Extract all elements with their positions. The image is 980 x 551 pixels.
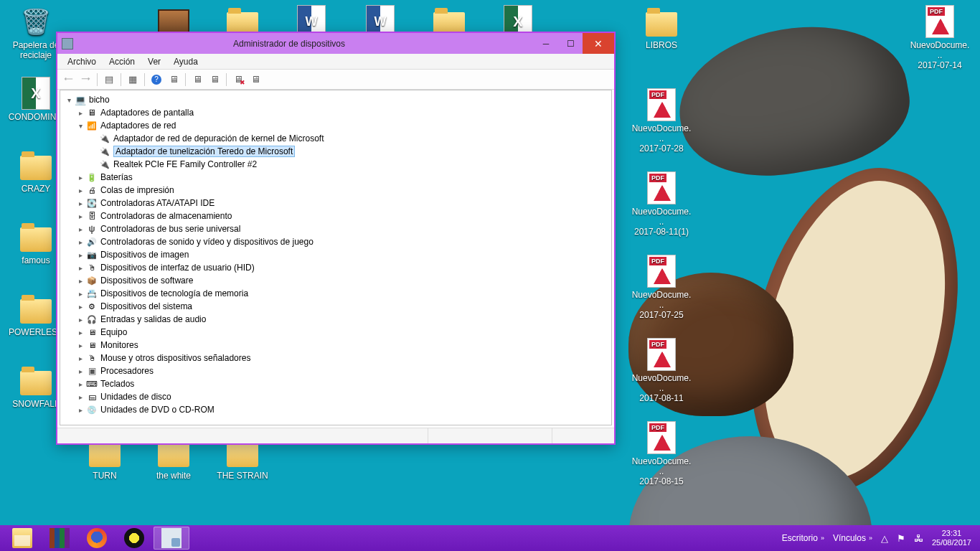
scan-hardware-button[interactable]: 🖥 (189, 72, 205, 88)
menu-accion[interactable]: Acción (103, 55, 141, 68)
device-category-icon (86, 365, 98, 377)
device-category-icon (86, 223, 98, 235)
device-tree[interactable]: ▾bicho▸Adaptadores de pantalla▾Adaptador… (60, 90, 612, 425)
titlebar[interactable]: Administrador de dispositivos ─ ☐ ✕ (57, 33, 614, 54)
tree-node[interactable]: ▸Colas de impresión (62, 184, 610, 197)
expander-icon[interactable]: ▾ (76, 122, 85, 130)
tree-node-label: Dispositivos de tecnología de memoria (100, 288, 248, 298)
tree-node[interactable]: ▸Adaptadores de pantalla (62, 106, 610, 119)
expander-icon[interactable]: ▸ (76, 199, 85, 207)
device-category-icon (99, 159, 110, 170)
tree-node-label: Procesadores (100, 366, 154, 376)
tree-node[interactable]: ▸Procesadores (62, 364, 610, 377)
device-category-icon (86, 249, 98, 260)
maximize-button[interactable]: ☐ (558, 33, 583, 54)
tree-node[interactable]: ▸Controladoras de almacenamiento (62, 209, 610, 222)
back-button: ⭠ (60, 72, 76, 88)
minimize-button[interactable]: ─ (534, 33, 558, 54)
task-jdownloader[interactable] (116, 527, 152, 550)
desktop-icon[interactable]: NuevoDocume...2017-07-28 (631, 88, 692, 154)
help-button[interactable]: ? (149, 72, 164, 88)
expander-icon[interactable]: ▸ (76, 316, 85, 324)
enable-button[interactable]: 🖥 (248, 72, 263, 88)
expander-icon[interactable]: ▸ (76, 380, 85, 388)
expander-icon[interactable]: ▸ (76, 238, 85, 246)
expander-icon[interactable]: ▸ (76, 290, 85, 298)
tree-node[interactable]: ▸Dispositivos de interfaz de usuario (HI… (62, 261, 610, 274)
tree-node[interactable]: ▸Unidades de DVD o CD-ROM (62, 403, 610, 416)
expander-icon[interactable]: ▸ (76, 277, 85, 285)
device-category-icon (86, 404, 98, 415)
tree-node[interactable]: ▸Baterías (62, 171, 610, 184)
expander-icon[interactable]: ▸ (76, 303, 85, 311)
disable-button[interactable]: 🖥✖ (230, 72, 246, 88)
tree-node[interactable]: ▸Unidades de disco (62, 390, 610, 403)
tree-node[interactable]: ▸Dispositivos de software (62, 274, 610, 287)
expander-icon[interactable]: ▸ (76, 187, 85, 194)
tree-node-label: Unidades de DVD o CD-ROM (100, 405, 215, 415)
device-category-icon (86, 314, 98, 325)
show-hide-tree-button[interactable]: ▤ (101, 72, 117, 88)
close-button[interactable]: ✕ (583, 33, 614, 54)
uninstall-button[interactable]: 🖥 (207, 72, 222, 88)
toolbar-desktop-link[interactable]: Escritorio» (782, 533, 824, 543)
expander-icon[interactable]: ▸ (76, 406, 85, 414)
toolbar-links-link[interactable]: Vínculos» (833, 533, 872, 543)
update-driver-button[interactable]: 🖥 (166, 72, 182, 88)
expander-icon[interactable]: ▸ (76, 354, 85, 362)
action-center-icon[interactable]: ⚑ (897, 533, 905, 544)
show-hidden-icons[interactable]: △ (881, 533, 888, 544)
tree-node[interactable]: ▸Dispositivos de tecnología de memoria (62, 287, 610, 300)
tree-node-label: Mouse y otros dispositivos señaladores (100, 353, 250, 363)
task-firefox[interactable] (79, 527, 115, 550)
tree-node[interactable]: Adaptador de red de depuración de kernel… (62, 132, 610, 145)
task-calibre[interactable] (42, 527, 77, 550)
tree-node[interactable]: Adaptador de tunelización Teredo de Micr… (62, 145, 610, 158)
tree-node[interactable]: ▸Equipo (62, 326, 610, 339)
tree-node[interactable]: Realtek PCIe FE Family Controller #2 (62, 158, 610, 171)
tree-node-label: Colas de impresión (100, 185, 174, 195)
tree-node[interactable]: ▸Dispositivos de imagen (62, 248, 610, 261)
desktop-icon[interactable]: NuevoDocume...2017-08-11 (631, 337, 692, 403)
clock[interactable]: 23:31 25/08/2017 (932, 529, 971, 547)
tree-node[interactable]: ▸Controladoras de sonido y vídeo y dispo… (62, 235, 610, 248)
tree-node-label: Dispositivos de imagen (100, 250, 189, 260)
tree-node[interactable]: ▸Entradas y salidas de audio (62, 313, 610, 326)
expander-icon[interactable]: ▸ (76, 251, 85, 259)
expander-icon[interactable]: ▸ (76, 174, 85, 182)
expander-icon[interactable]: ▸ (76, 264, 85, 272)
device-category-icon (86, 236, 98, 248)
expander-icon[interactable]: ▸ (76, 225, 85, 233)
task-explorer[interactable] (4, 527, 40, 550)
tree-node[interactable]: ▸Mouse y otros dispositivos señaladores (62, 352, 610, 364)
tree-node-label: Equipo (100, 327, 127, 337)
desktop-icon[interactable]: NuevoDocume...2017-07-25 (631, 254, 692, 320)
tree-node[interactable]: ▾bicho (62, 93, 610, 106)
desktop-icon[interactable]: NuevoDocume...2017-08-15 (631, 420, 692, 486)
expander-icon[interactable]: ▸ (76, 342, 85, 349)
task-device-manager[interactable] (154, 527, 189, 550)
system-tray: Escritorio» Vínculos» △ ⚑ 🖧 23:31 25/08/… (782, 529, 976, 547)
tree-node[interactable]: ▸Dispositivos del sistema (62, 300, 610, 313)
expander-icon[interactable]: ▸ (76, 393, 85, 401)
device-category-icon (86, 262, 98, 273)
tree-node-label: Adaptador de tunelización Teredo de Micr… (113, 146, 295, 157)
properties-button[interactable]: ▦ (125, 72, 141, 88)
tree-node[interactable]: ▸Teclados (62, 377, 610, 390)
tree-node[interactable]: ▸Controladoras de bus serie universal (62, 222, 610, 235)
desktop-icon[interactable]: NuevoDocume...2017-07-14 (910, 4, 970, 70)
expander-icon[interactable]: ▸ (76, 329, 85, 336)
menu-ayuda[interactable]: Ayuda (168, 55, 204, 68)
desktop-icon[interactable]: LIBROS (631, 4, 692, 50)
expander-icon[interactable]: ▸ (76, 212, 85, 220)
expander-icon[interactable]: ▾ (65, 96, 73, 104)
menu-archivo[interactable]: Archivo (62, 55, 102, 68)
tree-node[interactable]: ▸Monitores (62, 339, 610, 352)
expander-icon[interactable]: ▸ (76, 367, 85, 375)
expander-icon[interactable]: ▸ (76, 109, 85, 117)
network-icon[interactable]: 🖧 (914, 533, 923, 544)
desktop-icon[interactable]: NuevoDocume...2017-08-11(1) (631, 171, 692, 237)
tree-node[interactable]: ▸Controladoras ATA/ATAPI IDE (62, 197, 610, 209)
tree-node[interactable]: ▾Adaptadores de red (62, 119, 610, 132)
menu-ver[interactable]: Ver (142, 55, 166, 68)
